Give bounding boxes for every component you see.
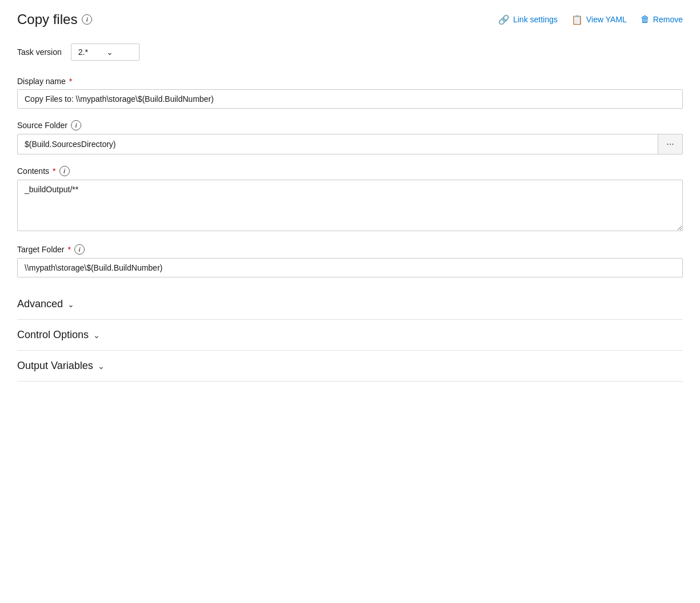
page-header: Copy files i 🔗 Link settings 📋 View YAML… [17, 11, 683, 27]
contents-label-row: Contents * i [17, 166, 683, 176]
view-yaml-button[interactable]: 📋 View YAML [571, 14, 627, 25]
contents-info-icon[interactable]: i [59, 166, 70, 176]
display-name-field: Display name * [17, 77, 683, 109]
contents-textarea[interactable]: _buildOutput/** [17, 180, 683, 231]
target-folder-input[interactable] [17, 258, 683, 277]
advanced-chevron-icon: ⌄ [67, 300, 74, 309]
source-folder-info-icon[interactable]: i [71, 120, 81, 130]
advanced-section-title: Advanced [17, 298, 63, 310]
output-variables-section: Output Variables ⌄ [17, 351, 683, 382]
advanced-section-header[interactable]: Advanced ⌄ [17, 298, 683, 310]
target-folder-label: Target Folder [17, 245, 64, 254]
view-yaml-label: View YAML [586, 15, 627, 24]
trash-icon: 🗑 [641, 14, 650, 25]
control-options-section-title: Control Options [17, 329, 89, 341]
title-info-icon[interactable]: i [82, 14, 92, 25]
version-chevron-icon: ⌄ [106, 47, 113, 57]
header-actions: 🔗 Link settings 📋 View YAML 🗑 Remove [498, 14, 683, 25]
task-version-select[interactable]: 2.* ⌄ [71, 43, 140, 61]
contents-field: Contents * i _buildOutput/** [17, 166, 683, 233]
output-variables-section-title: Output Variables [17, 360, 93, 372]
link-settings-label: Link settings [513, 15, 558, 24]
target-folder-label-row: Target Folder * i [17, 244, 683, 255]
contents-label: Contents [17, 166, 49, 176]
source-folder-input-row: ··· [17, 134, 683, 154]
source-folder-label-row: Source Folder i [17, 120, 683, 130]
source-folder-field: Source Folder i ··· [17, 120, 683, 154]
control-options-chevron-icon: ⌄ [93, 331, 100, 340]
task-version-label: Task version [17, 47, 62, 57]
display-name-required: * [69, 77, 72, 86]
output-variables-section-header[interactable]: Output Variables ⌄ [17, 360, 683, 372]
control-options-section: Control Options ⌄ [17, 320, 683, 351]
yaml-icon: 📋 [571, 14, 583, 25]
source-folder-input[interactable] [17, 134, 658, 154]
remove-label: Remove [653, 15, 683, 24]
ellipsis-icon: ··· [666, 139, 674, 149]
display-name-input[interactable] [17, 89, 683, 109]
control-options-section-header[interactable]: Control Options ⌄ [17, 329, 683, 341]
target-folder-info-icon[interactable]: i [74, 244, 85, 255]
task-version-row: Task version 2.* ⌄ [17, 43, 683, 61]
output-variables-chevron-icon: ⌄ [98, 362, 105, 371]
target-folder-required: * [67, 245, 70, 254]
source-folder-label: Source Folder [17, 121, 67, 130]
link-icon: 🔗 [498, 14, 510, 25]
remove-button[interactable]: 🗑 Remove [641, 14, 683, 25]
source-folder-browse-button[interactable]: ··· [658, 134, 683, 154]
link-settings-button[interactable]: 🔗 Link settings [498, 14, 558, 25]
contents-required: * [53, 166, 55, 176]
target-folder-field: Target Folder * i [17, 244, 683, 277]
display-name-label-row: Display name * [17, 77, 683, 86]
display-name-label: Display name [17, 77, 66, 86]
page-title: Copy files [17, 11, 77, 27]
task-version-value: 2.* [78, 47, 88, 57]
advanced-section: Advanced ⌄ [17, 289, 683, 320]
header-left: Copy files i [17, 11, 92, 27]
